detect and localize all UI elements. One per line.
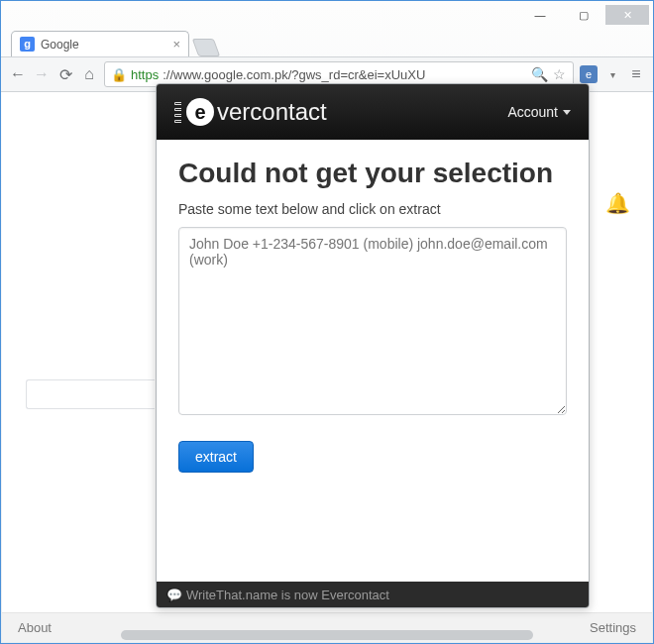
paste-text-input[interactable] <box>178 227 567 415</box>
google-favicon: g <box>20 37 35 52</box>
evercontact-popup: evercontact Account Could not get your s… <box>156 83 590 608</box>
extension-dropdown-icon[interactable]: ▾ <box>603 65 621 83</box>
search-icon[interactable]: 🔍 <box>531 66 547 82</box>
logo-text: vercontact <box>217 98 327 126</box>
popup-footer-text[interactable]: WriteThat.name is now Evercontact <box>186 588 389 602</box>
tab-close-icon[interactable]: × <box>172 37 180 52</box>
tab-title: Google <box>41 38 79 52</box>
extract-button[interactable]: extract <box>178 441 254 473</box>
tab-strip: g Google × <box>1 29 653 56</box>
footer-settings-link[interactable]: Settings <box>590 620 636 635</box>
window-maximize-button[interactable]: ▢ <box>562 5 605 25</box>
reload-button[interactable]: ⟳ <box>56 65 74 83</box>
url-scheme: https <box>131 67 159 82</box>
popup-body: Could not get your selection Paste some … <box>157 140 589 582</box>
window-minimize-button[interactable]: — <box>518 5 562 25</box>
titlebar: — ▢ ✕ <box>1 1 653 29</box>
google-search-box-fragment[interactable] <box>26 379 155 409</box>
account-menu[interactable]: Account <box>507 104 571 120</box>
forward-button[interactable]: → <box>33 65 51 83</box>
chevron-down-icon <box>563 110 571 115</box>
popup-heading: Could not get your selection <box>178 158 567 189</box>
window-close-button[interactable]: ✕ <box>605 5 649 25</box>
horizontal-scrollbar[interactable] <box>121 630 533 640</box>
lock-icon: 🔒 <box>111 67 127 82</box>
logo-binding-icon <box>174 102 181 123</box>
notifications-bell-icon[interactable]: 🔔 <box>605 191 630 215</box>
browser-tab[interactable]: g Google × <box>11 31 189 56</box>
popup-footer: 💬 WriteThat.name is now Evercontact <box>157 582 589 607</box>
url-text: ://www.google.com.pk/?gws_rd=cr&ei=xUuXU <box>163 67 425 82</box>
footer-about-link[interactable]: About <box>18 620 52 635</box>
browser-window: — ▢ ✕ g Google × ← → ⟳ ⌂ 🔒 https://www.g… <box>0 0 654 644</box>
account-label: Account <box>507 104 558 120</box>
home-button[interactable]: ⌂ <box>80 65 98 83</box>
chat-icon: 💬 <box>166 588 182 602</box>
popup-subtext: Paste some text below and click on extra… <box>178 201 567 217</box>
back-button[interactable]: ← <box>9 65 27 83</box>
evercontact-extension-icon[interactable]: e <box>580 65 598 83</box>
evercontact-logo: evercontact <box>174 98 327 126</box>
bookmark-star-icon[interactable]: ☆ <box>551 66 567 82</box>
logo-e-icon: e <box>186 98 214 126</box>
new-tab-button[interactable] <box>192 39 221 56</box>
chrome-menu-button[interactable]: ≡ <box>627 65 645 83</box>
popup-header: evercontact Account <box>157 84 589 140</box>
